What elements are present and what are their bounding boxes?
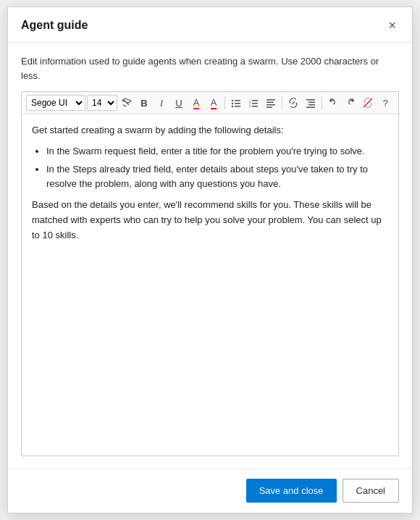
align-button[interactable] — [263, 95, 279, 111]
indent-button[interactable] — [303, 95, 319, 111]
content-intro: Get started creating a swarm by adding t… — [32, 123, 388, 138]
editor-container: Segoe UI Arial Times New Roman Calibri 8… — [21, 91, 399, 456]
svg-point-2 — [232, 103, 233, 104]
list-item: In the Steps already tried field, enter … — [46, 162, 388, 193]
numbering-icon: 1. 2. 3. — [248, 98, 259, 108]
dialog-title: Agent guide — [21, 19, 88, 32]
svg-rect-12 — [266, 99, 275, 101]
underline-label: U — [175, 98, 182, 109]
editor-content[interactable]: Get started creating a swarm by adding t… — [22, 114, 398, 456]
svg-rect-18 — [308, 104, 315, 106]
dialog-header: Agent guide × — [8, 7, 412, 43]
list-item: In the Swarm request field, enter a titl… — [46, 144, 388, 159]
bold-label: B — [140, 98, 147, 109]
remove-link-icon — [363, 98, 373, 108]
bullets-button[interactable] — [228, 95, 244, 111]
svg-rect-17 — [308, 102, 315, 104]
save-close-button[interactable]: Save and close — [246, 479, 337, 503]
svg-rect-3 — [235, 103, 240, 104]
clear-formatting-button[interactable] — [119, 95, 135, 111]
svg-rect-19 — [306, 107, 315, 109]
agent-guide-dialog: Agent guide × Edit information used to g… — [7, 7, 413, 513]
help-button[interactable]: ? — [377, 95, 393, 111]
undo-button[interactable] — [325, 95, 341, 111]
content-closing: Based on the details you enter, we'll re… — [32, 198, 388, 243]
svg-rect-9 — [252, 103, 258, 104]
dialog-footer: Save and close Cancel — [8, 468, 412, 513]
align-icon — [266, 98, 276, 108]
italic-label: I — [160, 98, 163, 109]
indent-icon — [306, 98, 316, 108]
font-color-button[interactable]: A — [206, 95, 222, 111]
underline-button[interactable]: U — [171, 95, 187, 111]
font-size-select[interactable]: 8 9 10 11 12 14 16 18 20 24 — [87, 95, 117, 111]
svg-rect-7 — [252, 100, 258, 101]
svg-point-4 — [232, 106, 233, 107]
svg-rect-13 — [266, 102, 274, 104]
svg-rect-14 — [266, 104, 275, 106]
svg-text:3.: 3. — [249, 104, 251, 108]
bold-button[interactable]: B — [136, 95, 152, 111]
link-button[interactable] — [285, 95, 301, 111]
paint-icon — [122, 98, 132, 108]
link-icon — [288, 98, 298, 108]
svg-rect-15 — [266, 107, 272, 109]
remove-link-button[interactable] — [360, 95, 376, 111]
close-button[interactable]: × — [385, 17, 399, 33]
font-name-select[interactable]: Segoe UI Arial Times New Roman Calibri — [26, 95, 85, 111]
svg-rect-5 — [235, 106, 240, 107]
bullets-icon — [231, 98, 241, 108]
dialog-body: Edit information used to guide agents wh… — [8, 43, 412, 468]
redo-icon — [345, 98, 356, 108]
toolbar-divider-1 — [224, 96, 225, 109]
undo-icon — [328, 98, 338, 108]
svg-point-0 — [232, 100, 233, 101]
content-list: In the Swarm request field, enter a titl… — [46, 144, 388, 192]
font-color-label: A — [211, 97, 217, 109]
cancel-button[interactable]: Cancel — [343, 479, 399, 503]
editor-toolbar: Segoe UI Arial Times New Roman Calibri 8… — [22, 92, 398, 114]
toolbar-divider-3 — [322, 96, 322, 109]
help-label: ? — [382, 98, 387, 109]
highlight-label: A — [193, 97, 200, 109]
redo-button[interactable] — [343, 95, 358, 111]
toolbar-divider-2 — [282, 96, 282, 109]
numbering-button[interactable]: 1. 2. 3. — [245, 95, 261, 111]
description-text: Edit information used to guide agents wh… — [21, 54, 399, 83]
italic-button[interactable]: I — [154, 95, 169, 111]
highlight-button[interactable]: A — [188, 95, 204, 111]
svg-rect-16 — [306, 99, 315, 101]
svg-rect-11 — [252, 106, 258, 107]
svg-rect-1 — [235, 100, 240, 101]
